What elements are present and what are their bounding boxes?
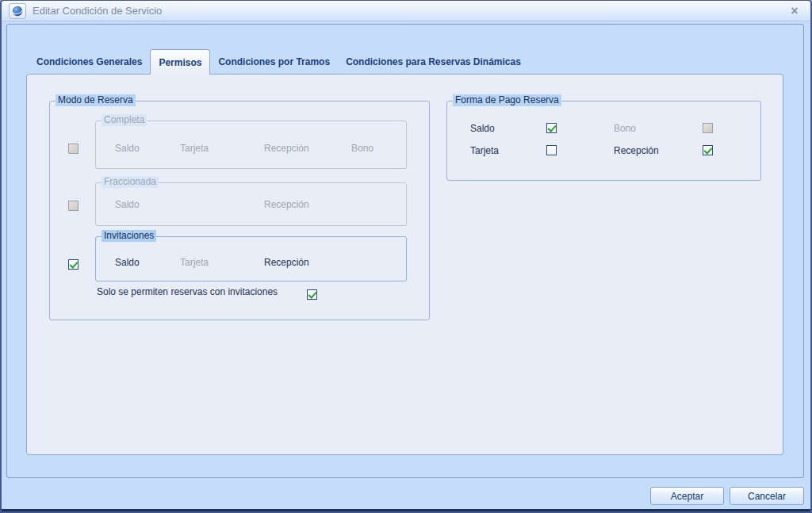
group-invitaciones-label: Invitaciones <box>102 230 156 242</box>
tab-condiciones-por-tramos[interactable]: Condiciones por Tramos <box>210 49 338 74</box>
checkbox-pago-recepcion[interactable] <box>703 145 713 155</box>
checkbox-pago-tarjeta[interactable] <box>546 145 557 155</box>
option-label-bono: Bono <box>614 123 636 134</box>
option-label-bono: Bono <box>351 143 373 154</box>
option-label-recepcion: Recepción <box>614 145 659 156</box>
app-logo-icon <box>9 3 26 19</box>
group-modo-de-reserva-label: Modo de Reserva <box>56 94 136 106</box>
group-completa-label: Completa <box>102 114 147 126</box>
titlebar[interactable]: Editar Condición de Servicio × <box>2 1 810 21</box>
option-label-recepcion: Recepción <box>264 257 309 268</box>
group-forma-de-pago-label: Forma de Pago Reserva <box>453 94 561 106</box>
checkbox-modo-invitaciones[interactable] <box>68 259 79 270</box>
option-label-saldo: Saldo <box>115 199 140 210</box>
checkbox-pago-saldo[interactable] <box>546 123 557 133</box>
checkbox-solo-invitaciones[interactable] <box>307 289 317 300</box>
option-label-saldo: Saldo <box>115 143 140 154</box>
checkbox-modo-fraccionada[interactable] <box>68 201 79 211</box>
close-icon[interactable]: × <box>786 5 803 17</box>
group-fraccionada: Fraccionada <box>95 182 407 226</box>
accept-button[interactable]: Aceptar <box>650 487 724 505</box>
tab-condiciones-generales[interactable]: Condiciones Generales <box>29 49 150 74</box>
group-invitaciones: Invitaciones <box>95 236 407 281</box>
option-label-saldo: Saldo <box>115 257 140 268</box>
checkbox-modo-completa[interactable] <box>68 144 79 154</box>
option-label-recepcion: Recepción <box>264 143 309 154</box>
tab-condiciones-reservas-dinamicas[interactable]: Condiciones para Reservas Dinámicas <box>338 49 529 74</box>
option-label-tarjeta: Tarjeta <box>470 145 499 156</box>
group-forma-de-pago: Forma de Pago Reserva <box>446 101 761 181</box>
tab-permisos[interactable]: Permisos <box>150 49 210 75</box>
option-label-saldo: Saldo <box>470 123 495 134</box>
cancel-button[interactable]: Cancelar <box>730 487 804 505</box>
checkbox-pago-bono[interactable] <box>703 123 713 133</box>
dialog-window: Editar Condición de Servicio × Condicion… <box>0 0 812 513</box>
option-label-tarjeta: Tarjeta <box>180 257 209 268</box>
solo-invitaciones-label: Solo se permiten reservas con invitacion… <box>97 286 278 297</box>
group-fraccionada-label: Fraccionada <box>102 176 159 188</box>
option-label-recepcion: Recepción <box>264 199 309 210</box>
window-title: Editar Condición de Servicio <box>33 5 162 17</box>
option-label-tarjeta: Tarjeta <box>180 143 209 154</box>
tab-strip: Condiciones Generales Permisos Condicion… <box>29 49 529 75</box>
